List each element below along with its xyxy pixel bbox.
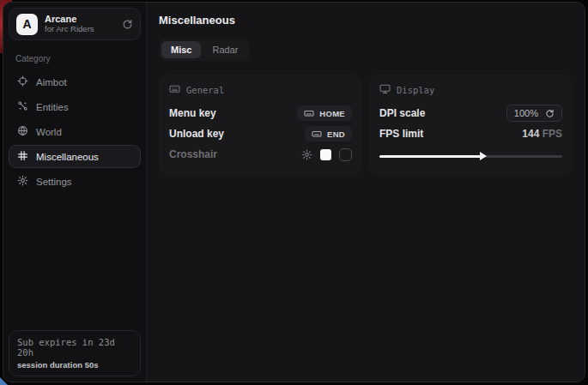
dpi-scale-control[interactable]: 100% [506, 105, 562, 122]
fps-limit-unit: FPS [543, 128, 562, 140]
fps-limit-row: FPS limit 144 FPS [379, 123, 562, 144]
crosshair-color-swatch[interactable] [320, 149, 331, 160]
general-card-title: General [186, 85, 224, 95]
sidebar-nav: Aimbot Entities [9, 70, 141, 193]
app-card: A Arcane for Arc Riders [9, 8, 141, 40]
monitor-icon [379, 83, 391, 96]
fps-limit-value: 144 [522, 128, 539, 140]
unload-key-label: Unload key [169, 128, 224, 140]
display-card: Display DPI scale 100% [369, 74, 573, 176]
gear-icon [17, 175, 28, 188]
page-title: Miscellaneous [159, 14, 573, 27]
grid-icon [17, 150, 28, 163]
tab-bar: Misc Radar [159, 39, 250, 61]
screen: A Arcane for Arc Riders Category [0, 0, 588, 385]
general-card-header: General [169, 83, 352, 96]
sidebar-item-world[interactable]: World [9, 120, 141, 143]
globe-icon [17, 125, 28, 138]
session-duration-text: session duration 50s [17, 360, 132, 370]
sidebar-item-entities[interactable]: Entities [9, 95, 141, 118]
menu-key-bind-button[interactable]: HOME [297, 105, 352, 121]
crosshair-row: Crosshair [169, 144, 352, 165]
app-name: Arcane [45, 14, 115, 25]
app-meta: Arcane for Arc Riders [45, 14, 115, 34]
sidebar-item-label: Settings [36, 177, 72, 187]
menu-key-label: Menu key [169, 107, 216, 119]
reset-icon[interactable] [545, 109, 555, 118]
general-card: General Menu key HOME Unload key [159, 74, 362, 176]
entities-icon [17, 100, 28, 113]
fps-slider-fill [379, 155, 482, 158]
sub-expiry-text: Sub expires in 23d 20h [17, 337, 132, 358]
fps-limit-label: FPS limit [379, 128, 423, 140]
app-window: A Arcane for Arc Riders Category [3, 2, 585, 382]
sidebar: A Arcane for Arc Riders Category [3, 3, 147, 382]
menu-key-row: Menu key HOME [169, 103, 352, 123]
sidebar-item-label: Aimbot [36, 77, 67, 87]
fps-limit-slider[interactable] [379, 152, 562, 160]
crosshair-settings-gear-icon[interactable] [301, 149, 312, 160]
crosshair-icon [17, 75, 28, 88]
main-content: Miscellaneous Misc Radar Gener [147, 3, 585, 382]
menu-key-value: HOME [319, 109, 345, 118]
crosshair-checkbox[interactable] [339, 148, 352, 161]
subscription-info-box: Sub expires in 23d 20h session duration … [9, 330, 141, 376]
keyboard-icon [169, 83, 180, 96]
app-subtitle: for Arc Riders [45, 25, 115, 34]
display-card-title: Display [397, 85, 434, 95]
dpi-scale-value: 100% [514, 108, 538, 118]
sidebar-item-label: Entities [36, 102, 69, 112]
unload-key-row: Unload key END [169, 123, 352, 144]
unload-key-value: END [327, 129, 345, 139]
slider-thumb[interactable] [480, 152, 487, 160]
crosshair-label: Crosshair [169, 148, 217, 160]
dpi-scale-label: DPI scale [379, 107, 425, 119]
sidebar-item-miscellaneous[interactable]: Miscellaneous [9, 145, 141, 168]
refresh-icon[interactable] [122, 19, 133, 30]
sidebar-item-aimbot[interactable]: Aimbot [9, 70, 141, 93]
category-label: Category [15, 54, 141, 63]
app-logo: A [16, 14, 38, 35]
tab-misc[interactable]: Misc [161, 41, 201, 58]
dpi-scale-row: DPI scale 100% [379, 103, 562, 123]
sidebar-item-label: Miscellaneous [36, 152, 99, 162]
display-card-header: Display [379, 83, 562, 96]
sidebar-item-label: World [36, 127, 62, 137]
unload-key-bind-button[interactable]: END [305, 126, 352, 141]
tab-radar[interactable]: Radar [203, 41, 247, 58]
sidebar-item-settings[interactable]: Settings [9, 170, 141, 193]
